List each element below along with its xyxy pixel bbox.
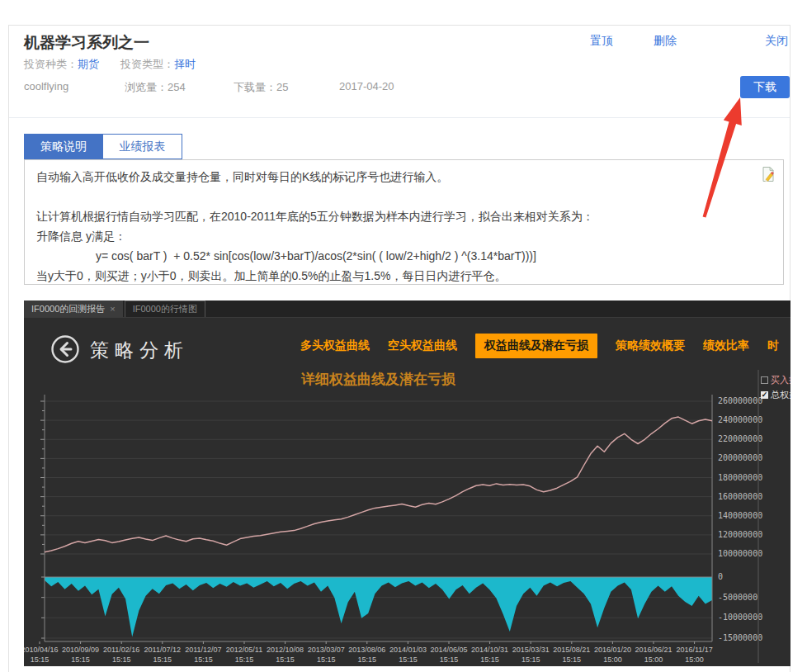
y-axis-label: 200000000 <box>718 453 762 462</box>
report-doc-tab-label: IF0000的回测报告 <box>31 303 105 315</box>
x-axis-label-date: 2010/09/09 <box>62 646 99 654</box>
x-axis-label-time: 15:15 <box>276 655 295 664</box>
page: 机器学习系列之一 置顶 删除 关闭 投资种类：期货投资类型：择时 coolfly… <box>0 0 807 672</box>
equity-chart-area: 2600000002400000002200000002000000001800… <box>24 366 790 666</box>
page-title: 机器学习系列之一 <box>24 32 149 54</box>
description-line: 升降信息 y满足： <box>36 226 772 246</box>
y-axis-label: -5000000 <box>718 593 757 602</box>
x-axis-label-time: 15:00 <box>644 655 663 664</box>
close-link[interactable]: 关闭 <box>765 34 788 49</box>
report-doc-tabbar: IF0000的回测报告×IF0000的行情图 <box>24 301 790 318</box>
x-axis-label-date: 2014/01/03 <box>389 646 427 654</box>
x-axis-label-date: 2016/01/20 <box>594 646 631 654</box>
y-axis-label: -10000000 <box>718 613 762 622</box>
drawdown-area-series <box>45 577 712 637</box>
header-divider <box>9 117 790 118</box>
y-axis-label: 160000000 <box>718 492 762 501</box>
chart-legend: 买入持✓总权益 <box>761 372 790 402</box>
x-axis-label-date: 2010/04/16 <box>24 646 59 654</box>
x-axis-label-date: 2011/12/07 <box>185 646 221 654</box>
y-axis-label: 240000000 <box>718 415 762 424</box>
x-axis-label-date: 2016/11/17 <box>676 646 712 654</box>
x-axis-label-date: 2012/10/08 <box>267 646 304 654</box>
tab-close-icon[interactable]: × <box>110 304 115 314</box>
strategy-description-box: 自动输入高开低收价及成交量持仓量，同时对每日的K线的标记序号也进行输入。让计算机… <box>24 159 784 285</box>
report-menu-item[interactable]: 权益曲线及潜在亏损 <box>475 334 597 358</box>
download-button[interactable]: 下载 <box>740 76 790 98</box>
pin-link[interactable]: 置顶 <box>590 34 613 49</box>
report-doc-tab-label: IF0000的行情图 <box>133 303 197 315</box>
x-axis-label-time: 15:15 <box>521 655 540 664</box>
back-button[interactable] <box>50 334 80 364</box>
x-axis-label-date: 2015/08/21 <box>553 646 590 654</box>
y-axis-label: 0 <box>718 572 723 581</box>
meta-row: 投资种类：期货投资类型：择时 <box>24 57 196 72</box>
equity-line-series <box>45 417 712 552</box>
category-label: 投资种类： <box>24 58 78 70</box>
y-axis-label: 260000000 <box>718 396 762 405</box>
x-axis-label-date: 2011/07/12 <box>144 646 181 654</box>
legend-item[interactable]: ✓总权益 <box>761 387 790 402</box>
chart-title: 详细权益曲线及潜在亏损 <box>45 370 712 389</box>
report-menu-item[interactable]: 绩效比率 <box>703 338 749 353</box>
x-axis-label-time: 15:15 <box>440 655 459 664</box>
x-axis-label-time: 15:15 <box>194 655 213 664</box>
delete-link[interactable]: 删除 <box>654 34 677 49</box>
y-axis-label: 220000000 <box>718 434 762 443</box>
report-doc-tab[interactable]: IF0000的行情图 <box>125 301 205 317</box>
tab-bar: 策略说明 业绩报表 <box>24 134 182 159</box>
content-card: 机器学习系列之一 置顶 删除 关闭 投资种类：期货投资类型：择时 coolfly… <box>8 25 790 672</box>
publish-date: 2017-04-20 <box>339 80 394 92</box>
x-axis-label-date: 2013/08/06 <box>348 646 385 654</box>
edit-icon[interactable] <box>761 166 776 182</box>
x-axis-label-date: 2013/03/07 <box>308 646 345 654</box>
x-axis-label-time: 15:15 <box>235 655 254 664</box>
tab-performance-report[interactable]: 业绩报表 <box>103 134 182 159</box>
backtest-report-panel: IF0000的回测报告×IF0000的行情图 策略分析 多头权益曲线空头权益曲线… <box>24 301 790 666</box>
tab-strategy-description[interactable]: 策略说明 <box>24 134 103 159</box>
report-doc-tab[interactable]: IF0000的回测报告× <box>24 301 123 317</box>
checkbox-unchecked-icon[interactable] <box>761 376 768 384</box>
x-axis-label-time: 15:15 <box>399 655 418 664</box>
x-axis-label-date: 2014/06/05 <box>430 646 467 654</box>
type-value[interactable]: 择时 <box>174 58 196 70</box>
report-menu-item[interactable]: 策略绩效概要 <box>616 338 685 353</box>
report-menu-item[interactable]: 空头权益曲线 <box>388 338 457 353</box>
report-title: 策略分析 <box>90 338 189 363</box>
y-axis-label: 140000000 <box>718 511 762 520</box>
x-axis-label-date: 2014/10/31 <box>471 646 508 654</box>
checkbox-checked-icon[interactable]: ✓ <box>761 391 768 399</box>
x-axis-label-time: 15:15 <box>358 655 377 664</box>
x-axis-label-time: 15:15 <box>317 655 336 664</box>
equity-drawdown-chart: 2600000002400000002200000002000000001800… <box>24 366 790 666</box>
report-header: 策略分析 多头权益曲线空头权益曲线权益曲线及潜在亏损策略绩效概要绩效比率时 <box>24 318 790 366</box>
description-line: 自动输入高开低收价及成交量持仓量，同时对每日的K线的标记序号也进行输入。 <box>36 167 772 187</box>
author: coolflying <box>24 80 68 92</box>
x-axis-label-date: 2012/05/11 <box>226 646 262 654</box>
legend-item[interactable]: 买入持 <box>761 372 790 387</box>
category-value[interactable]: 期货 <box>78 58 99 70</box>
description-line: 让计算机根据行情自动学习匹配，在2010-2011年底的5五分钟数据为样本内进行… <box>36 206 772 226</box>
x-axis-label-date: 2015/03/31 <box>512 646 550 654</box>
x-axis-label-time: 15:15 <box>153 655 172 664</box>
x-axis-label-time: 15:15 <box>31 655 50 664</box>
download-count: 下载量：25 <box>234 80 288 95</box>
type-label: 投资类型： <box>120 58 174 70</box>
description-line: y= cos( barT ) + 0.52* sin[cos(low/3+bar… <box>36 246 772 266</box>
y-axis-label: 180000000 <box>718 473 762 482</box>
x-axis-label-time: 15:00 <box>603 655 622 664</box>
y-axis-label: 120000000 <box>718 530 762 539</box>
legend-label: 买入持 <box>771 374 790 386</box>
x-axis-label-date: 2011/02/16 <box>103 646 139 654</box>
x-axis-label-time: 15:15 <box>112 655 131 664</box>
report-menu-item[interactable]: 多头权益曲线 <box>300 338 370 353</box>
view-count: 浏览量：254 <box>125 80 186 95</box>
report-menu: 多头权益曲线空头权益曲线权益曲线及潜在亏损策略绩效概要绩效比率时 <box>300 334 779 358</box>
y-axis-label: 100000000 <box>718 549 762 558</box>
y-axis-label: -15000000 <box>718 633 762 642</box>
x-axis-label-time: 15:15 <box>71 655 90 664</box>
description-line: 当y大于0，则买进；y小于0，则卖出。加上简单的0.5%的止盈与1.5%，每日日… <box>36 266 772 286</box>
description-line <box>36 187 772 206</box>
x-axis-label-time: 15:15 <box>480 655 499 664</box>
report-menu-item[interactable]: 时 <box>767 338 779 353</box>
